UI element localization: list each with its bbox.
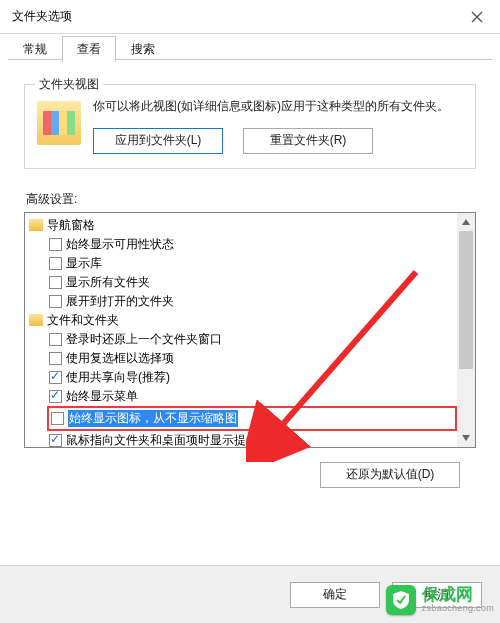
folder-thumb-icon (37, 101, 81, 145)
tree-label: 始终显示可用性状态 (66, 236, 174, 253)
tab-strip: 常规 查看 搜索 (0, 34, 500, 62)
tree-label: 使用复选框以选择项 (66, 350, 174, 367)
advanced-tree: 导航窗格 始终显示可用性状态 显示库 显示所有文件夹 展开到打开的文件夹 (24, 212, 476, 448)
folder-icon (29, 219, 43, 231)
window-title: 文件夹选项 (12, 8, 72, 25)
group-title: 文件夹视图 (35, 76, 103, 93)
shield-icon (386, 585, 416, 615)
tree-item[interactable]: 显示所有文件夹 (49, 273, 457, 292)
tree-label: 展开到打开的文件夹 (66, 293, 174, 310)
tree-item[interactable]: 使用复选框以选择项 (49, 349, 457, 368)
tree-item[interactable]: 始终显示可用性状态 (49, 235, 457, 254)
tree-item[interactable]: 使用共享向导(推荐) (49, 368, 457, 387)
close-button[interactable] (454, 0, 500, 34)
checkbox[interactable] (49, 257, 62, 270)
reset-folders-button[interactable]: 重置文件夹(R) (243, 128, 373, 154)
scroll-up-arrow-icon[interactable] (457, 213, 475, 231)
tree-label: 导航窗格 (47, 217, 95, 234)
tree-item[interactable]: 鼠标指向文件夹和桌面项时显示提示信息 (49, 431, 457, 447)
tree-label: 显示所有文件夹 (66, 274, 150, 291)
checkbox[interactable] (49, 295, 62, 308)
checkbox[interactable] (49, 352, 62, 365)
tree-item-selected[interactable]: 始终显示图标，从不显示缩略图 (51, 409, 453, 428)
tree-label: 始终显示图标，从不显示缩略图 (68, 410, 238, 427)
watermark-title: 保成网 (422, 586, 494, 605)
tree-item[interactable]: 显示库 (49, 254, 457, 273)
folder-views-group: 文件夹视图 你可以将此视图(如详细信息或图标)应用于这种类型的所有文件夹。 应用… (24, 84, 476, 169)
checkbox[interactable] (49, 238, 62, 251)
titlebar: 文件夹选项 (0, 0, 500, 34)
scroll-thumb[interactable] (459, 231, 473, 370)
tree-label: 登录时还原上一个文件夹窗口 (66, 331, 222, 348)
group-desc: 你可以将此视图(如详细信息或图标)应用于这种类型的所有文件夹。 (93, 97, 463, 116)
checkbox[interactable] (49, 371, 62, 384)
tree-item[interactable]: 展开到打开的文件夹 (49, 292, 457, 311)
tab-view[interactable]: 查看 (62, 36, 116, 62)
apply-to-folders-button[interactable]: 应用到文件夹(L) (93, 128, 223, 154)
scroll-track[interactable] (457, 231, 475, 429)
scroll-down-arrow-icon[interactable] (457, 429, 475, 447)
watermark: 保成网 zsbaocheng.com (386, 585, 494, 615)
highlighted-row: 始终显示图标，从不显示缩略图 (47, 406, 457, 431)
tree-group-nav[interactable]: 导航窗格 (29, 216, 457, 235)
tree-label: 鼠标指向文件夹和桌面项时显示提示信息 (66, 432, 282, 447)
restore-defaults-button[interactable]: 还原为默认值(D) (320, 462, 460, 488)
tree-label: 使用共享向导(推荐) (66, 369, 170, 386)
checkbox[interactable] (49, 276, 62, 289)
checkbox[interactable] (49, 434, 62, 447)
ok-button[interactable]: 确定 (290, 582, 380, 608)
scrollbar[interactable] (457, 213, 475, 447)
watermark-url: zsbaocheng.com (422, 604, 494, 614)
tree-label: 始终显示菜单 (66, 388, 138, 405)
checkbox[interactable] (49, 390, 62, 403)
tree-group-files[interactable]: 文件和文件夹 (29, 311, 457, 330)
checkbox[interactable] (49, 333, 62, 346)
tree-label: 显示库 (66, 255, 102, 272)
checkbox[interactable] (51, 412, 64, 425)
tree-label: 文件和文件夹 (47, 312, 119, 329)
advanced-label: 高级设置: (26, 191, 474, 208)
folder-icon (29, 314, 43, 326)
close-icon (471, 11, 483, 23)
tree-item[interactable]: 始终显示菜单 (49, 387, 457, 406)
tree-item[interactable]: 登录时还原上一个文件夹窗口 (49, 330, 457, 349)
